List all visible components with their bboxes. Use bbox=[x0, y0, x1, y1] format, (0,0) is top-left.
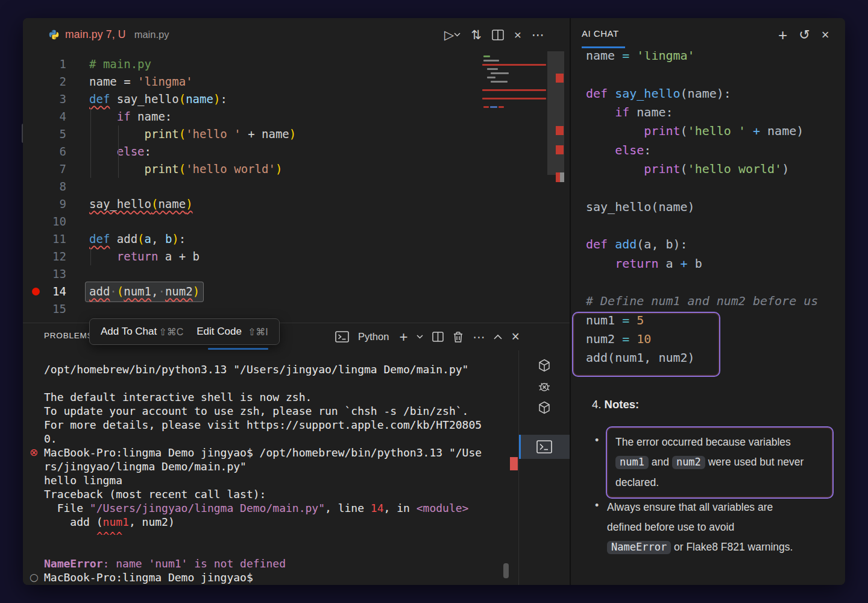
line-number[interactable]: 13 bbox=[23, 265, 66, 283]
tab-problems[interactable]: PROBLEMS bbox=[44, 331, 93, 340]
line-number[interactable]: 5 bbox=[23, 125, 66, 143]
terminal-line: NameError: name 'num1' is not defined bbox=[44, 557, 286, 570]
notes-heading: 4. Notes: bbox=[592, 398, 639, 411]
more-actions-icon[interactable]: ⋯ bbox=[532, 28, 544, 41]
new-terminal-icon[interactable]: + bbox=[399, 330, 407, 344]
terminal-line: hello lingma bbox=[44, 473, 122, 487]
breadcrumb[interactable]: main.py bbox=[134, 29, 169, 40]
run-dropdown-chevron-icon[interactable] bbox=[454, 33, 461, 37]
inline-code: NameError bbox=[607, 541, 671, 554]
breakpoint-dot[interactable] bbox=[32, 288, 40, 295]
close-panel-icon[interactable]: × bbox=[511, 330, 519, 344]
line-number[interactable]: 1 bbox=[23, 55, 66, 73]
maximize-panel-chevron-icon[interactable] bbox=[494, 334, 502, 339]
editor-line-5[interactable]: 5 print('hello ' + name) bbox=[23, 125, 481, 143]
line-number[interactable]: 3 bbox=[23, 90, 66, 108]
editor-scrollbar-thumb[interactable] bbox=[547, 51, 564, 175]
active-panel-tab-underline bbox=[208, 348, 268, 350]
editor-line-15[interactable]: 15 bbox=[23, 300, 481, 318]
command-failed-icon: ⊗ bbox=[30, 446, 38, 459]
bullet-marker: • bbox=[595, 434, 599, 447]
split-terminal-icon[interactable] bbox=[432, 332, 444, 342]
split-editor-icon[interactable] bbox=[492, 30, 504, 40]
terminal-output[interactable]: /opt/homebrew/bin/python3.13 "/Users/jin… bbox=[23, 362, 502, 585]
line-number[interactable]: 6 bbox=[23, 143, 66, 160]
edit-code-button[interactable]: Edit Code bbox=[197, 326, 242, 338]
open-changes-icon[interactable]: ⇅ bbox=[471, 28, 482, 41]
terminal-more-icon[interactable]: ⋯ bbox=[473, 331, 485, 343]
line-number[interactable]: 9 bbox=[23, 195, 66, 213]
line-number[interactable]: 8 bbox=[23, 178, 66, 195]
indent-guide bbox=[90, 248, 91, 265]
run-button[interactable]: ▷ bbox=[444, 28, 454, 41]
editor-actions: ▷ ⇅ × ⋯ bbox=[444, 18, 544, 51]
chat-code-line: print('hello world') bbox=[586, 160, 789, 178]
ide-window: main.py 7, U main.py ▷ ⇅ × ⋯ 1# main.p bbox=[23, 18, 845, 585]
highlight-box-error-note bbox=[606, 426, 834, 499]
chat-code-line: if name: bbox=[586, 103, 673, 122]
close-chat-icon[interactable]: × bbox=[822, 28, 829, 42]
line-number[interactable]: 10 bbox=[23, 213, 66, 230]
editor-line-4[interactable]: 4 if name: bbox=[23, 108, 481, 125]
close-editor-icon[interactable]: × bbox=[514, 28, 521, 41]
terminal-line: For more details, please visit https://s… bbox=[44, 418, 482, 432]
python-file-icon bbox=[48, 29, 60, 40]
terminal-line: The default interactive shell is now zsh… bbox=[44, 390, 312, 404]
editor-line-8[interactable]: 8 bbox=[23, 178, 481, 195]
chat-code-line: return a + b bbox=[586, 254, 702, 273]
terminal-icon bbox=[335, 330, 349, 343]
line-number[interactable]: 14 bbox=[23, 283, 66, 300]
line-number[interactable]: 7 bbox=[23, 160, 66, 178]
edit-code-shortcut: ⇧⌘I bbox=[248, 326, 268, 338]
line-number[interactable]: 2 bbox=[23, 73, 66, 90]
selected-session-indicator bbox=[519, 435, 521, 459]
editor-scrollbar[interactable] bbox=[547, 51, 564, 323]
session-debug-disconnect-icon[interactable] bbox=[519, 374, 570, 399]
terminal-line: 0. bbox=[44, 432, 57, 446]
add-to-chat-shortcut: ⇧⌘C bbox=[159, 326, 183, 338]
terminal-line: rs/jingyao/lingma Demo/main.py" bbox=[44, 459, 247, 473]
editor-line-11[interactable]: 11def add(a, b): bbox=[23, 230, 481, 248]
terminal-line: ^^^^ bbox=[44, 529, 122, 543]
terminal-scrollbar-thumb[interactable] bbox=[503, 563, 509, 578]
terminal-dropdown-chevron-icon[interactable] bbox=[417, 335, 423, 339]
kill-terminal-trash-icon[interactable] bbox=[453, 331, 464, 343]
active-chat-tab-underline bbox=[582, 46, 625, 48]
chat-code-line: else: bbox=[586, 141, 651, 160]
editor-line-14[interactable]: 14add·(num1,·num2) bbox=[23, 283, 481, 300]
minimap[interactable] bbox=[482, 52, 546, 124]
terminal-line: add (num1, num2) bbox=[44, 515, 175, 529]
session-package-icon[interactable] bbox=[519, 353, 570, 377]
chat-code-line: # Define num1 and num2 before us bbox=[586, 292, 818, 311]
history-icon[interactable]: ↺ bbox=[799, 28, 810, 42]
terminal-line: File "/Users/jingyao/lingma Demo/main.py… bbox=[44, 501, 468, 515]
editor-line-6[interactable]: 6 else: bbox=[23, 143, 481, 160]
editor-line-3[interactable]: 3def say_hello(name): bbox=[23, 90, 481, 108]
editor-line-7[interactable]: 7 print('hello world') bbox=[23, 160, 481, 178]
editor-line-1[interactable]: 1# main.py bbox=[23, 55, 481, 73]
shell-label[interactable]: Python bbox=[358, 331, 389, 343]
line-number[interactable]: 15 bbox=[23, 300, 66, 318]
chat-code-line: num2 = 10 bbox=[586, 330, 651, 349]
add-to-chat-button[interactable]: Add To Chat bbox=[101, 326, 157, 338]
code-editor[interactable]: 1# main.py2name = 'lingma'3def say_hello… bbox=[23, 55, 481, 323]
editor-region: main.py 7, U main.py ▷ ⇅ × ⋯ 1# main.p bbox=[23, 18, 570, 323]
session-terminal-selected[interactable] bbox=[519, 435, 570, 459]
line-number[interactable]: 11 bbox=[23, 230, 66, 248]
tab-main-py[interactable]: main.py 7, U bbox=[23, 28, 126, 41]
editor-line-12[interactable]: 12 return a + b bbox=[23, 248, 481, 265]
editor-line-2[interactable]: 2name = 'lingma' bbox=[23, 73, 481, 90]
chat-code-line: num1 = 5 bbox=[586, 311, 644, 330]
new-chat-icon[interactable]: + bbox=[778, 27, 787, 43]
line-number[interactable]: 4 bbox=[23, 108, 66, 125]
bullet-marker: • bbox=[595, 499, 599, 512]
editor-line-13[interactable]: 13 bbox=[23, 265, 481, 283]
panel-region: PROBLEMS Python + bbox=[23, 323, 570, 585]
tab-ai-chat[interactable]: AI CHAT bbox=[582, 28, 619, 39]
line-number[interactable]: 12 bbox=[23, 248, 66, 265]
indent-guide bbox=[118, 125, 119, 178]
session-package-icon[interactable] bbox=[519, 396, 570, 420]
terminal-toolbar: Python + ⋯ × bbox=[335, 323, 520, 350]
editor-line-9[interactable]: 9say_hello(name) bbox=[23, 195, 481, 213]
editor-line-10[interactable]: 10 bbox=[23, 213, 481, 230]
